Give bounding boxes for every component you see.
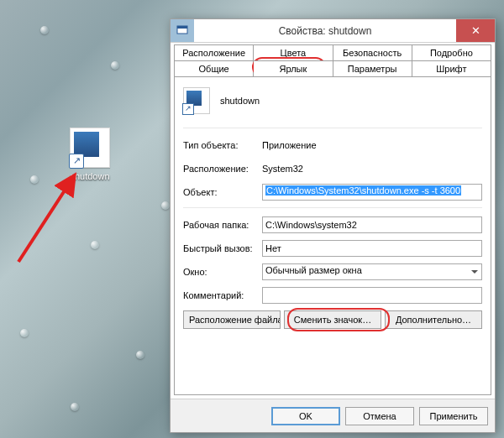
comment-input[interactable] [262, 287, 482, 304]
cancel-button[interactable]: Отмена [345, 407, 414, 425]
label-hotkey: Быстрый вызов: [183, 243, 262, 253]
runmode-select[interactable]: Обычный размер окна [262, 263, 482, 280]
shortcut-name: shutdown [220, 96, 260, 106]
label-workdir: Рабочая папка: [183, 220, 262, 230]
close-button[interactable]: ✕ [456, 19, 495, 42]
label-location: Расположение: [183, 164, 262, 174]
tabs: Расположение Цвета Безопасность Подробно… [171, 43, 495, 76]
desktop-shortcut-shutdown[interactable]: shutdown [60, 128, 119, 181]
label-runmode: Окно: [183, 267, 262, 277]
open-file-location-button[interactable]: Расположение файла [183, 310, 281, 329]
window-title: Свойства: shutdown [194, 19, 456, 42]
workdir-input[interactable] [262, 216, 482, 233]
svg-line-0 [18, 176, 74, 262]
hotkey-input[interactable] [262, 240, 482, 257]
close-icon: ✕ [471, 24, 480, 37]
label-target: Объект: [183, 187, 262, 197]
svg-rect-2 [177, 26, 187, 29]
apply-button[interactable]: Применить [419, 407, 488, 425]
tab-font[interactable]: Шрифт [412, 60, 491, 76]
value-location: System32 [262, 164, 303, 174]
system-icon [171, 19, 194, 42]
shortcut-large-icon [183, 87, 210, 114]
label-type: Тип объекта: [183, 140, 262, 150]
tab-details[interactable]: Подробно [412, 44, 491, 60]
tab-general[interactable]: Общие [174, 60, 254, 76]
shortcut-label: shutdown [60, 171, 119, 181]
tab-colors[interactable]: Цвета [254, 44, 333, 60]
change-icon-button[interactable]: Сменить значок… [284, 310, 381, 329]
titlebar[interactable]: Свойства: shutdown ✕ [171, 19, 495, 43]
ok-button[interactable]: OK [271, 407, 340, 425]
label-comment: Комментарий: [183, 290, 262, 300]
advanced-button[interactable]: Дополнительно… [385, 310, 482, 329]
tab-shortcut[interactable]: Ярлык [254, 60, 333, 76]
target-input[interactable]: C:\Windows\System32\shutdown.exe -s -t 3… [262, 184, 482, 201]
value-type: Приложение [262, 140, 317, 150]
dialog-footer: OK Отмена Применить [171, 399, 495, 432]
properties-dialog: Свойства: shutdown ✕ Расположение Цвета … [170, 18, 496, 433]
tab-location[interactable]: Расположение [174, 44, 254, 60]
tab-options[interactable]: Параметры [333, 60, 412, 76]
tab-panel-shortcut: shutdown Тип объекта: Приложение Располо… [174, 76, 491, 395]
shortcut-icon [70, 128, 110, 168]
tab-security[interactable]: Безопасность [333, 44, 412, 60]
